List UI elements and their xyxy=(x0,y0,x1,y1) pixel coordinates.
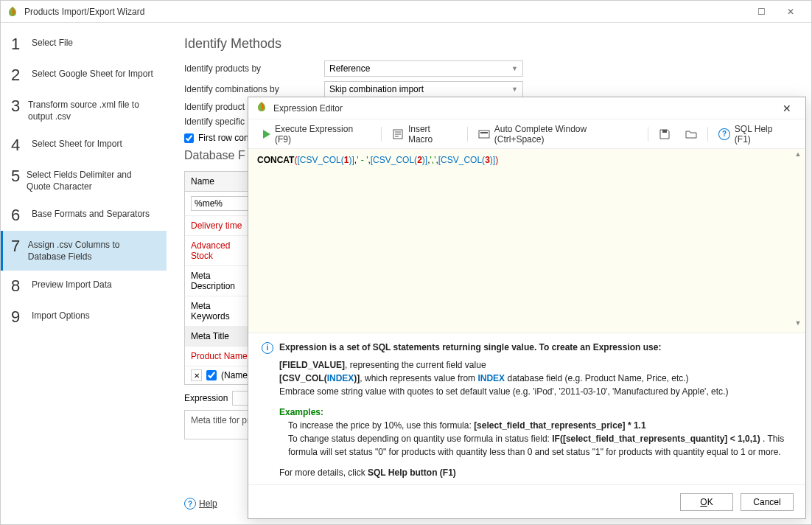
chevron-down-icon: ▼ xyxy=(511,65,518,72)
cancel-button[interactable]: Cancel xyxy=(741,493,794,511)
step-9[interactable]: 9Import Options xyxy=(1,302,167,333)
sql-help-button[interactable]: ? SQL Help (F1) xyxy=(713,121,797,147)
identify-products-label: Identify products by xyxy=(184,63,324,74)
name-column-header[interactable]: Name xyxy=(185,172,253,192)
remove-mapping-button[interactable]: ✕ xyxy=(191,369,202,381)
folder-open-icon xyxy=(685,128,697,140)
step-4[interactable]: 4Select Sheet for Import xyxy=(1,130,167,161)
save-icon xyxy=(659,128,671,140)
expression-help-text: iExpression is a set of SQL statements r… xyxy=(248,333,805,484)
info-icon: i xyxy=(262,342,273,354)
editor-toolbar: Execute Expression (F9) Insert Macro Aut… xyxy=(248,119,805,149)
step-1[interactable]: 1Select File xyxy=(1,29,167,60)
maximize-button[interactable]: ☐ xyxy=(746,1,776,22)
svg-rect-2 xyxy=(480,132,488,133)
step-6[interactable]: 6Base Formats and Separators xyxy=(1,200,167,231)
table-row[interactable]: Delivery time xyxy=(185,216,253,236)
ok-button[interactable]: OK xyxy=(680,493,733,511)
execute-expression-button[interactable]: Execute Expression (F9) xyxy=(257,121,377,147)
mapping-label: (Name xyxy=(221,370,248,380)
autocomplete-button[interactable]: Auto Complete Window (Ctrl+Space) xyxy=(472,121,643,147)
expression-editor-dialog: Expression Editor ✕ Execute Expression (… xyxy=(248,97,806,519)
identify-combinations-select[interactable]: Skip combination import ▼ xyxy=(324,81,523,97)
chevron-down-icon: ▼ xyxy=(511,86,518,93)
app-icon xyxy=(256,101,267,115)
table-row[interactable]: Product Name xyxy=(185,347,253,366)
table-row[interactable]: Meta Title xyxy=(185,327,253,347)
section-title: Identify Methods xyxy=(184,36,794,52)
table-row[interactable]: Advanced Stock xyxy=(185,236,253,266)
close-button[interactable]: ✕ xyxy=(776,1,805,22)
help-link[interactable]: ? Help xyxy=(184,498,217,510)
insert-macro-button[interactable]: Insert Macro xyxy=(386,121,463,147)
step-8[interactable]: 8Preview Import Data xyxy=(1,271,167,302)
identify-combinations-label: Identify combinations by xyxy=(184,84,324,94)
app-icon xyxy=(7,6,18,18)
first-row-label: First row con xyxy=(198,133,249,143)
macro-icon xyxy=(392,128,404,140)
close-icon[interactable]: ✕ xyxy=(776,102,798,114)
window-titlebar: Products Import/Export Wizard ☐ ✕ xyxy=(1,1,811,23)
scroll-down-icon[interactable]: ▼ xyxy=(792,319,804,331)
table-row[interactable]: Meta Keywords xyxy=(185,296,253,327)
mapping-checkbox[interactable] xyxy=(206,370,216,380)
svg-rect-1 xyxy=(479,131,489,138)
first-row-checkbox[interactable] xyxy=(184,133,194,143)
step-5[interactable]: 5Select Fields Delimiter and Quote Chara… xyxy=(1,161,167,200)
expression-label: Expression xyxy=(184,393,228,403)
step-7[interactable]: 7Assign .csv Columns to Database Fields xyxy=(1,231,167,270)
dialog-title: Expression Editor xyxy=(273,103,776,114)
step-3[interactable]: 3Transform source .xml file to output .c… xyxy=(1,91,167,130)
identify-products-select[interactable]: Reference ▼ xyxy=(324,60,523,77)
wizard-steps-sidebar: 1Select File 2Select Google Sheet for Im… xyxy=(1,23,167,524)
help-icon: ? xyxy=(184,498,196,510)
name-filter-input[interactable] xyxy=(191,196,250,211)
play-icon xyxy=(263,130,270,139)
save-button[interactable] xyxy=(653,125,676,143)
db-fields-table: Name Delivery time Advanced Stock Meta D… xyxy=(184,171,254,385)
scroll-up-icon[interactable]: ▲ xyxy=(792,150,804,162)
help-icon: ? xyxy=(718,128,730,140)
step-2[interactable]: 2Select Google Sheet for Import xyxy=(1,60,167,91)
autocomplete-icon xyxy=(478,128,490,140)
table-row[interactable]: Meta Description xyxy=(185,266,253,296)
open-button[interactable] xyxy=(679,125,703,143)
expression-code-editor[interactable]: ▲ ▼ CONCAT([CSV_COL(1)],' - ',[CSV_COL(2… xyxy=(248,149,805,333)
window-title: Products Import/Export Wizard xyxy=(24,7,746,17)
svg-rect-3 xyxy=(662,130,667,133)
